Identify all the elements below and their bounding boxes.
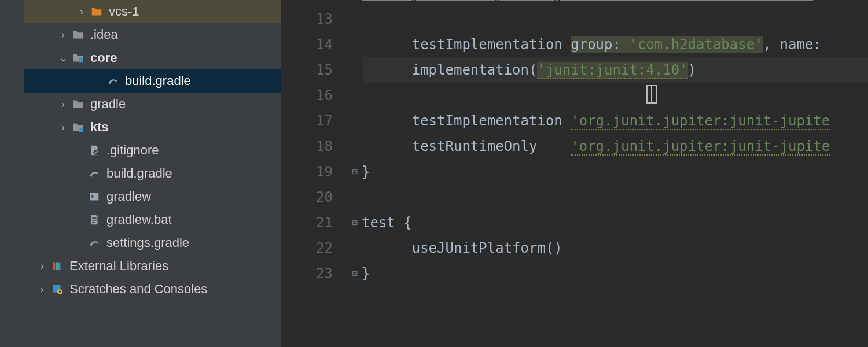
chevron-right-icon[interactable]: › — [36, 260, 49, 272]
code-text: 'junit:junit:4.10' — [537, 62, 687, 78]
tree-item-core[interactable]: ⌄ core — [0, 46, 281, 69]
tree-item-label: build.gradle — [106, 166, 172, 181]
svg-rect-4 — [53, 263, 56, 270]
line-number[interactable]: 22 — [281, 235, 333, 261]
tree-item-kts[interactable]: › kts — [0, 116, 281, 139]
tree-item-label: gradlew — [106, 189, 151, 204]
svg-rect-1 — [79, 128, 83, 132]
tree-item-scratches[interactable]: › Scratches and Consoles — [0, 278, 281, 301]
code-text: 'org.junit.jupiter:junit-jupite — [571, 113, 830, 129]
code-text: } — [362, 164, 370, 180]
code-content[interactable]: // https://mvnrepository.com/artifact/co… — [362, 0, 868, 286]
tree-item-label: vcs-1 — [109, 4, 139, 19]
code-text: // — [362, 0, 387, 2]
module-folder-icon — [69, 51, 87, 64]
chevron-right-icon[interactable]: › — [57, 29, 69, 41]
module-folder-icon — [69, 121, 87, 134]
fold-open-icon[interactable]: ⊞ — [349, 210, 361, 235]
text-file-icon — [86, 213, 103, 226]
tree-item-gradlew[interactable]: › gradlew — [0, 185, 281, 208]
folder-icon — [69, 28, 87, 41]
svg-rect-5 — [56, 263, 58, 270]
code-text: useJUnitPlatform() — [412, 240, 562, 256]
line-number[interactable]: 13 — [281, 6, 333, 32]
code-text: testImplementation — [412, 36, 571, 53]
code-editor[interactable]: 12 13 14 15 16 17 18 19 20 21 22 23 ⊟ ⊞ — [281, 0, 868, 347]
tree-item-root-build-gradle[interactable]: › build.gradle — [0, 162, 281, 185]
line-number[interactable]: 23 — [281, 261, 333, 286]
text-caret-icon — [646, 86, 657, 102]
fold-close-icon[interactable]: ⊟ — [349, 261, 361, 286]
tree-item-label: gradle — [90, 97, 126, 112]
code-text: ) — [688, 62, 696, 78]
code-text: testRuntimeOnly — [412, 138, 571, 154]
tree-item-label: core — [90, 50, 117, 65]
scratches-icon — [49, 283, 66, 296]
tree-item-core-build-gradle[interactable]: › build.gradle — [0, 69, 281, 93]
code-text: , name: — [763, 36, 822, 53]
code-text: implementation( — [412, 62, 538, 78]
tree-item-label: kts — [90, 120, 109, 135]
code-text: { — [403, 215, 411, 231]
ide-root: › vcs-1 › .idea ⌄ core — [0, 0, 868, 347]
line-number[interactable]: 12 — [281, 0, 333, 6]
tree-item-label: .idea — [90, 27, 118, 42]
gradle-icon — [86, 237, 103, 249]
tree-item-label: .gitignore — [106, 143, 159, 158]
line-number[interactable]: 17 — [281, 108, 333, 134]
folder-icon — [88, 5, 105, 18]
code-text: 'org.junit.jupiter:junit-jupite — [571, 138, 830, 154]
svg-rect-6 — [58, 263, 61, 270]
line-number[interactable]: 18 — [281, 134, 333, 159]
line-number[interactable]: 19 — [281, 159, 333, 184]
tree-item-label: build.gradle — [125, 73, 191, 88]
tree-item-settings-gradle[interactable]: › settings.gradle — [0, 231, 281, 254]
file-icon — [86, 144, 103, 157]
tool-window-stripe[interactable] — [0, 0, 24, 347]
editor-gutter[interactable]: 12 13 14 15 16 17 18 19 20 21 22 23 — [281, 0, 349, 347]
tree-item-label: gradlew.bat — [106, 212, 172, 227]
tree-item-label: External Libraries — [69, 259, 168, 274]
tree-item-idea[interactable]: › .idea — [0, 23, 281, 46]
code-text: 'com.h2database' — [629, 36, 763, 53]
chevron-right-icon[interactable]: › — [75, 6, 88, 18]
svg-rect-3 — [90, 193, 99, 201]
code-text: https://mvnrepository.com/artifact/com.h… — [387, 0, 813, 2]
tree-item-gradle[interactable]: › gradle — [0, 93, 281, 116]
fold-column[interactable]: ⊟ ⊞ ⊟ — [349, 0, 361, 286]
line-number[interactable]: 21 — [281, 210, 333, 235]
tree-item-label: Scratches and Consoles — [69, 282, 207, 297]
line-number[interactable]: 14 — [281, 32, 333, 57]
chevron-down-icon[interactable]: ⌄ — [57, 51, 69, 64]
line-number[interactable]: 20 — [281, 184, 333, 210]
tree-item-external-libraries[interactable]: › External Libraries — [0, 254, 281, 278]
svg-rect-0 — [79, 58, 83, 62]
project-tree[interactable]: › vcs-1 › .idea ⌄ core — [0, 0, 281, 347]
tree-item-gitignore[interactable]: › .gitignore — [0, 139, 281, 162]
chevron-right-icon[interactable]: › — [36, 283, 49, 296]
code-text: group: — [571, 36, 629, 53]
tree-item-gradlew-bat[interactable]: › gradlew.bat — [0, 208, 281, 231]
chevron-right-icon[interactable]: › — [57, 121, 69, 134]
gradle-icon — [104, 75, 122, 87]
chevron-right-icon[interactable]: › — [57, 98, 69, 110]
tree-item-vcs-1[interactable]: › vcs-1 — [0, 0, 281, 23]
library-icon — [49, 260, 66, 272]
tree-item-label: settings.gradle — [106, 235, 189, 250]
code-text: } — [362, 265, 370, 282]
shell-file-icon — [86, 190, 103, 203]
folder-icon — [69, 98, 87, 110]
code-text: test — [362, 215, 403, 231]
svg-rect-10 — [60, 290, 61, 292]
fold-close-icon[interactable]: ⊟ — [349, 159, 361, 184]
line-number[interactable]: 15 — [281, 57, 333, 83]
gradle-icon — [86, 167, 103, 180]
line-number[interactable]: 16 — [281, 83, 333, 108]
